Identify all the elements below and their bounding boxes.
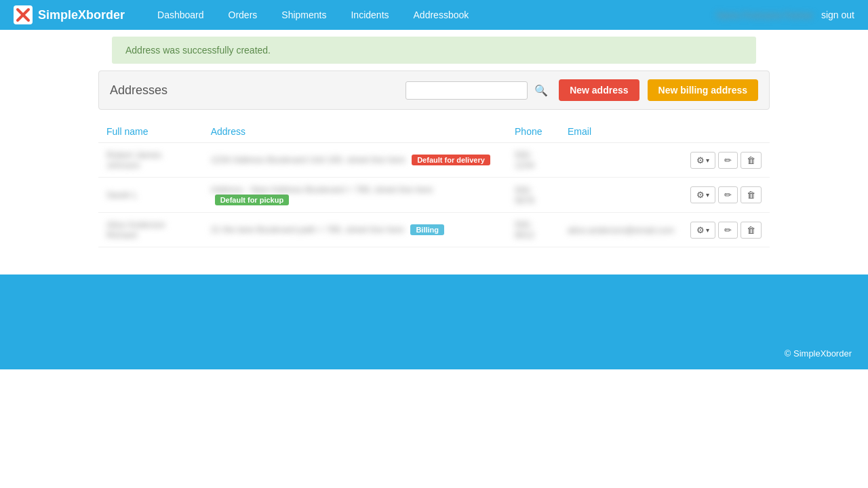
col-fullname: Full name [98, 121, 203, 143]
success-banner: Address was successfully created. [112, 37, 756, 64]
gear-icon: ⚙ [696, 225, 705, 235]
row3-address: 21 the lane Boulevard path + 785, street… [203, 213, 507, 247]
row3-phone: 555-9012 [507, 213, 559, 247]
col-address: Address [203, 121, 507, 143]
trash-icon: 🗑 [747, 225, 755, 235]
row1-address-text: 1234 Address Boulevard Unit 100, street … [211, 155, 406, 165]
row1-delete-button[interactable]: 🗑 [741, 152, 762, 169]
edit-icon: ✏ [724, 155, 732, 165]
caret-icon: ▾ [706, 191, 709, 199]
row3-email: alice.anderson@email.com [559, 213, 682, 247]
row3-settings-button[interactable]: ⚙ ▾ [690, 222, 715, 239]
row2-email [559, 178, 682, 213]
footer: © SimpleXborder [0, 274, 868, 369]
col-actions [682, 121, 770, 143]
col-email: Email [559, 121, 682, 143]
addresses-bar: Addresses 🔍 New address New billing addr… [98, 70, 770, 110]
row2-phone: 555-5678 [507, 178, 559, 213]
main-content: Addresses 🔍 New address New billing addr… [92, 70, 776, 247]
row2-delete-button[interactable]: 🗑 [741, 186, 762, 203]
nav-addressbook[interactable]: Addressbook [401, 0, 481, 30]
row2-action-buttons: ⚙ ▾ ✏ 🗑 [690, 186, 762, 203]
row2-address: Address - New Address Boulevard + 780, s… [203, 178, 507, 213]
nav-incidents[interactable]: Incidents [338, 0, 401, 30]
addresses-title: Addresses [110, 83, 397, 98]
footer-copyright: © SimpleXborder [785, 348, 852, 359]
top-bar: SimpleXborder Dashboard Orders Shipments… [0, 0, 868, 30]
row2-edit-button[interactable]: ✏ [718, 186, 738, 203]
gear-icon: ⚙ [696, 155, 705, 165]
row1-email [559, 143, 682, 178]
nav-dashboard[interactable]: Dashboard [145, 0, 216, 30]
caret-icon: ▾ [706, 157, 709, 164]
row3-address-text: 21 the lane Boulevard path + 785, street… [211, 224, 404, 235]
success-message: Address was successfully created. [125, 45, 271, 56]
row1-name-text: Robert James Johnson [106, 150, 161, 170]
row2-phone-text: 555-5678 [515, 185, 534, 205]
row1-phone: 555-1234 [507, 143, 559, 178]
row1-settings-button[interactable]: ⚙ ▾ [690, 152, 715, 169]
logo-icon [14, 5, 33, 24]
trash-icon: 🗑 [747, 155, 755, 165]
row2-badge: Default for pickup [215, 195, 290, 205]
signout-link[interactable]: sign out [821, 9, 854, 20]
row1-address: 1234 Address Boulevard Unit 100, street … [203, 143, 507, 178]
new-billing-address-button[interactable]: New billing address [648, 79, 758, 101]
table-row: Robert James Johnson 1234 Address Boulev… [98, 143, 770, 178]
row2-actions: ⚙ ▾ ✏ 🗑 [682, 178, 770, 213]
row3-name-text: Alice Anderson Richard [106, 220, 165, 240]
row1-phone-text: 555-1234 [515, 150, 534, 170]
new-address-button[interactable]: New address [559, 79, 639, 101]
row2-settings-button[interactable]: ⚙ ▾ [690, 186, 715, 203]
row1-edit-button[interactable]: ✏ [718, 152, 738, 169]
row1-fullname: Robert James Johnson [98, 143, 203, 178]
row3-phone-text: 555-9012 [515, 220, 534, 240]
row2-name-text: Sarah L [106, 190, 138, 200]
row3-delete-button[interactable]: 🗑 [741, 222, 762, 239]
table-row: Alice Anderson Richard 21 the lane Boule… [98, 213, 770, 247]
search-box: 🔍 [406, 81, 551, 100]
user-name: Name Firstname Partner [717, 10, 813, 20]
addresses-table: Full name Address Phone Email Robert Jam… [98, 121, 770, 247]
row2-address-text: Address - New Address Boulevard + 780, s… [211, 184, 433, 195]
row1-badge: Default for delivery [412, 155, 490, 165]
row1-action-buttons: ⚙ ▾ ✏ 🗑 [690, 152, 762, 169]
row3-edit-button[interactable]: ✏ [718, 222, 738, 239]
brand-name: SimpleXborder [38, 8, 125, 22]
row2-fullname: Sarah L [98, 178, 203, 213]
main-nav: Dashboard Orders Shipments Incidents Add… [145, 0, 717, 30]
row3-email-text: alice.anderson@email.com [568, 225, 674, 235]
trash-icon: 🗑 [747, 190, 755, 200]
table-header-row: Full name Address Phone Email [98, 121, 770, 143]
row3-action-buttons: ⚙ ▾ ✏ 🗑 [690, 222, 762, 239]
gear-icon: ⚙ [696, 190, 705, 200]
search-button[interactable]: 🔍 [532, 81, 551, 100]
search-input[interactable] [406, 81, 528, 100]
edit-icon: ✏ [724, 190, 732, 200]
col-phone: Phone [507, 121, 559, 143]
search-icon: 🔍 [534, 85, 548, 96]
row1-actions: ⚙ ▾ ✏ 🗑 [682, 143, 770, 178]
edit-icon: ✏ [724, 225, 732, 235]
logo-area: SimpleXborder [14, 5, 125, 24]
row3-fullname: Alice Anderson Richard [98, 213, 203, 247]
nav-shipments[interactable]: Shipments [269, 0, 338, 30]
caret-icon: ▾ [706, 226, 709, 234]
nav-orders[interactable]: Orders [216, 0, 270, 30]
row3-actions: ⚙ ▾ ✏ 🗑 [682, 213, 770, 247]
row3-badge: Billing [410, 224, 444, 235]
table-row: Sarah L Address - New Address Boulevard … [98, 178, 770, 213]
user-area: Name Firstname Partner sign out [717, 9, 854, 20]
